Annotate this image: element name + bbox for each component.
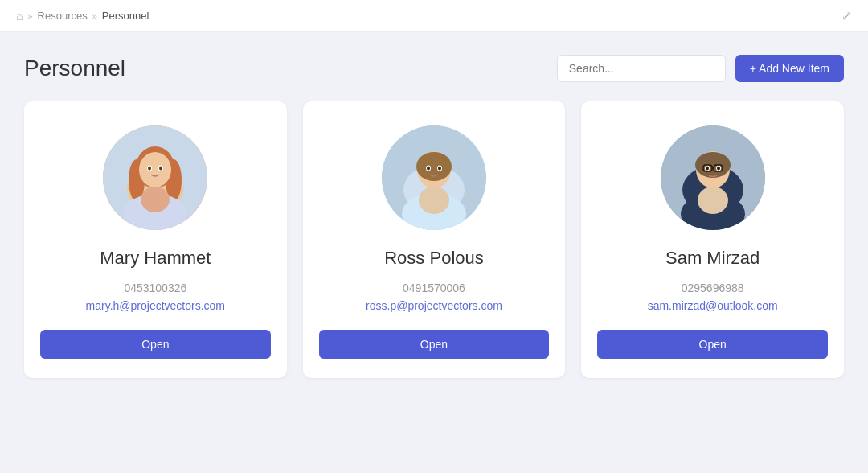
open-button[interactable]: Open	[319, 330, 550, 359]
person-email: ross.p@projectvectors.com	[366, 299, 502, 312]
svg-point-30	[717, 167, 720, 171]
svg-point-20	[438, 167, 441, 171]
person-name: Mary Hammet	[100, 248, 211, 269]
svg-point-9	[148, 167, 151, 171]
breadcrumb-sep-2: »	[92, 11, 97, 21]
home-icon[interactable]: ⌂	[16, 10, 23, 23]
svg-point-19	[427, 167, 430, 171]
person-phone: 0453100326	[124, 282, 186, 294]
page-title: Personnel	[24, 56, 125, 81]
expand-icon[interactable]: ⤢	[841, 8, 852, 23]
header-actions: + Add New Item	[557, 55, 844, 82]
svg-point-35	[698, 187, 728, 214]
person-name: Sam Mirzad	[665, 248, 760, 269]
add-new-item-button[interactable]: + Add New Item	[735, 55, 844, 82]
avatar	[661, 125, 765, 230]
main-content: Personnel + Add New Item	[0, 32, 868, 401]
open-button[interactable]: Open	[597, 330, 828, 359]
breadcrumb-resources[interactable]: Resources	[38, 10, 88, 22]
svg-point-22	[419, 187, 449, 214]
svg-point-29	[706, 167, 709, 171]
person-email: sam.mirzad@outlook.com	[648, 299, 778, 312]
header-row: Personnel + Add New Item	[24, 55, 844, 82]
avatar	[382, 125, 486, 230]
person-card: Sam Mirzad 0295696988 sam.mirzad@outlook…	[581, 101, 844, 378]
breadcrumb: ⌂ » Resources » Personnel	[16, 10, 149, 23]
svg-point-6	[139, 152, 171, 187]
person-phone: 0295696988	[682, 282, 744, 294]
search-input[interactable]	[557, 55, 726, 82]
cards-grid: Mary Hammet 0453100326 mary.h@projectvec…	[24, 101, 844, 378]
breadcrumb-sep-1: »	[27, 11, 32, 21]
svg-point-10	[159, 167, 162, 171]
person-email: mary.h@projectvectors.com	[86, 299, 225, 312]
top-bar: ⌂ » Resources » Personnel ⤢	[0, 0, 868, 32]
svg-point-12	[141, 187, 170, 212]
person-phone: 0491570006	[403, 282, 465, 294]
person-card: Mary Hammet 0453100326 mary.h@projectvec…	[24, 101, 287, 378]
breadcrumb-personnel: Personnel	[102, 10, 149, 22]
person-card: Ross Polous 0491570006 ross.p@projectvec…	[303, 101, 566, 378]
open-button[interactable]: Open	[40, 330, 271, 359]
avatar	[103, 125, 207, 230]
person-name: Ross Polous	[384, 248, 484, 269]
svg-point-26	[695, 152, 731, 178]
